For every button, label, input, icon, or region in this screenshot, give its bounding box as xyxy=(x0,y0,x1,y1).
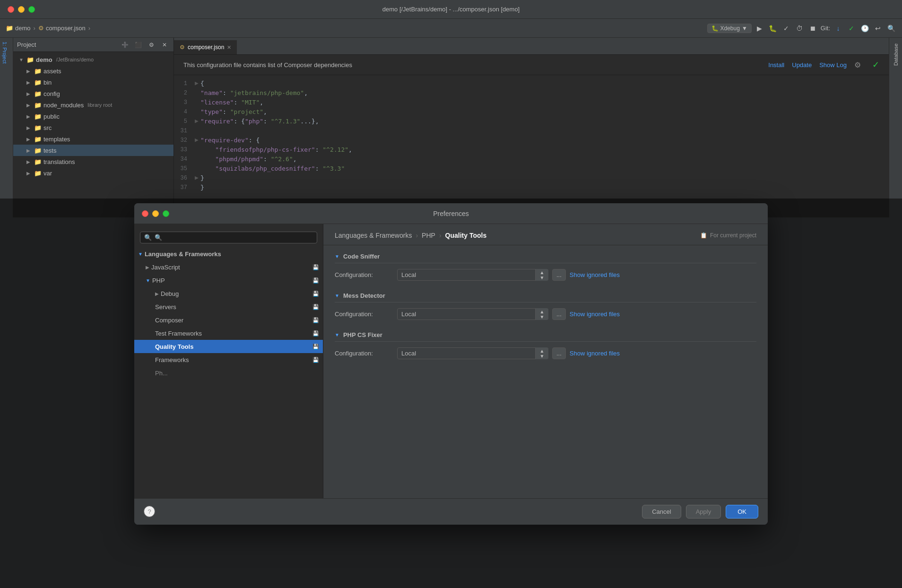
settings-icon[interactable]: ⚙ xyxy=(854,61,861,69)
mess-detector-show-ignored[interactable]: Show ignored files xyxy=(570,311,620,318)
hide-button[interactable]: ✕ xyxy=(159,40,170,50)
git-update-button[interactable]: ↓ xyxy=(833,23,843,34)
apply-button[interactable]: Apply xyxy=(686,505,721,519)
help-button[interactable]: ? xyxy=(144,506,155,517)
collapse-all-button[interactable]: ⬛ xyxy=(133,40,143,50)
dialog-close-button[interactable] xyxy=(142,210,148,217)
database-tab[interactable]: Database xyxy=(891,40,901,69)
nav-quality-tools[interactable]: Quality Tools 💾 xyxy=(134,340,323,353)
tree-item-translations[interactable]: ▶ 📁 translations xyxy=(13,156,173,167)
mess-detector-header: ▼ Mess Detector xyxy=(335,292,756,303)
project-panel-tab[interactable]: 1: Project xyxy=(0,38,13,67)
tree-item-src[interactable]: ▶ 📁 src xyxy=(13,122,173,133)
templates-label: templates xyxy=(43,136,70,143)
maximize-button[interactable] xyxy=(28,6,35,13)
close-button[interactable] xyxy=(8,6,14,13)
composer-tab-icon: ⚙ xyxy=(180,44,185,51)
tree-item-templates[interactable]: ▶ 📁 templates xyxy=(13,133,173,145)
composer-tab-close[interactable]: ✕ xyxy=(227,44,231,51)
mess-detector-browse-button[interactable]: ... xyxy=(552,308,566,320)
search-icon: 🔍 xyxy=(144,234,152,241)
nav-javascript[interactable]: ▶ JavaScript 💾 xyxy=(134,260,323,274)
nav-php[interactable]: ▼ PHP 💾 xyxy=(134,274,323,287)
php-cs-fixer-toggle[interactable]: ▼ xyxy=(335,332,339,337)
stop-button[interactable]: ⏹ xyxy=(807,23,818,34)
git-history-button[interactable]: 🕐 xyxy=(859,23,870,34)
code-content-34: "phpmd/phpmd": "^2.6", xyxy=(200,155,297,164)
update-link[interactable]: Update xyxy=(792,61,812,69)
mess-detector-toggle[interactable]: ▼ xyxy=(335,293,339,298)
fold-icon-1[interactable]: ▶ xyxy=(193,79,200,88)
dialog-minimize-button[interactable] xyxy=(152,210,159,217)
show-log-link[interactable]: Show Log xyxy=(819,61,847,69)
bin-folder-icon: 📁 xyxy=(34,79,42,86)
tree-item-config[interactable]: ▶ 📁 config xyxy=(13,88,173,99)
line-number-33: 33 xyxy=(174,145,193,155)
content-sections: ▼ Code Sniffer Configuration: Local xyxy=(323,245,768,378)
tree-item-var[interactable]: ▶ 📁 var xyxy=(13,167,173,179)
fold-icon-32[interactable]: ▶ xyxy=(193,136,200,145)
nav-languages-frameworks[interactable]: ▼ Languages & Frameworks xyxy=(134,247,323,260)
ide-content: 1: Project Project ➕ ⬛ ⚙ ✕ ▼ 📁 demo /J xyxy=(0,38,902,217)
cancel-button[interactable]: Cancel xyxy=(642,505,681,519)
editor-area: ⚙ composer.json ✕ This configuration fil… xyxy=(174,38,889,217)
tree-item-tests[interactable]: ▶ 📁 tests xyxy=(13,145,173,156)
code-sniffer-select[interactable]: Local xyxy=(397,269,548,281)
mess-detector-select[interactable]: Local xyxy=(397,308,548,320)
debug-button[interactable]: 🐛 xyxy=(768,23,778,34)
mess-detector-select-container: Local ▲ ▼ xyxy=(397,308,548,320)
bin-arrow-icon: ▶ xyxy=(26,80,32,85)
nav-servers[interactable]: Servers 💾 xyxy=(134,300,323,313)
config-folder-icon: 📁 xyxy=(34,90,42,97)
install-link[interactable]: Install xyxy=(768,61,784,69)
code-sniffer-browse-button[interactable]: ... xyxy=(552,269,566,281)
project-tree-label: Project xyxy=(17,41,36,48)
php-cs-fixer-select[interactable]: Local xyxy=(397,347,548,359)
tree-item-assets[interactable]: ▶ 📁 assets xyxy=(13,65,173,77)
minimize-button[interactable] xyxy=(18,6,25,13)
translations-folder-icon: 📁 xyxy=(34,158,42,165)
nav-debug[interactable]: ▶ Debug 💾 xyxy=(134,287,323,300)
nav-composer[interactable]: Composer 💾 xyxy=(134,313,323,327)
fold-icon-36[interactable]: ▶ xyxy=(193,173,200,183)
ok-button[interactable]: OK xyxy=(726,505,758,519)
src-folder-icon: 📁 xyxy=(34,124,42,131)
fold-icon-5[interactable]: ▶ xyxy=(193,117,200,126)
tree-root[interactable]: ▼ 📁 demo /JetBrains/demo xyxy=(13,54,173,65)
profile-button[interactable]: ⏱ xyxy=(794,23,805,34)
file-breadcrumb-name[interactable]: composer.json xyxy=(46,25,86,32)
src-label: src xyxy=(43,124,52,131)
dialog-controls[interactable] xyxy=(142,210,169,217)
add-content-root-button[interactable]: ➕ xyxy=(120,40,130,50)
nav-php-extra[interactable]: Ph... xyxy=(134,366,323,380)
tree-item-bin[interactable]: ▶ 📁 bin xyxy=(13,77,173,88)
mess-detector-arrows[interactable]: ▲ ▼ xyxy=(535,308,548,320)
search-everywhere-button[interactable]: 🔍 xyxy=(886,23,896,34)
php-cs-fixer-browse-button[interactable]: ... xyxy=(552,347,566,359)
quality-tools-save-icon: 💾 xyxy=(312,344,319,350)
nav-frameworks[interactable]: Frameworks 💾 xyxy=(134,353,323,366)
code-sniffer-arrows[interactable]: ▲ ▼ xyxy=(535,269,548,281)
php-cs-fixer-show-ignored[interactable]: Show ignored files xyxy=(570,350,620,357)
project-breadcrumb-name[interactable]: demo xyxy=(15,25,31,32)
settings-button[interactable]: ⚙ xyxy=(146,40,156,50)
breadcrumb-separator-2: › xyxy=(88,25,90,32)
languages-arrow-icon: ▼ xyxy=(138,251,143,257)
code-line-33: 33 "friendsofphp/php-cs-fixer": "^2.12", xyxy=(174,145,889,155)
code-sniffer-toggle[interactable]: ▼ xyxy=(335,254,339,259)
window-controls[interactable] xyxy=(8,6,35,13)
tree-item-node-modules[interactable]: ▶ 📁 node_modules library root xyxy=(13,99,173,111)
php-cs-fixer-arrows[interactable]: ▲ ▼ xyxy=(535,347,548,359)
coverage-button[interactable]: ✓ xyxy=(781,23,791,34)
search-input[interactable] xyxy=(155,234,313,241)
run-button[interactable]: ▶ xyxy=(755,23,765,34)
git-commit-button[interactable]: ✓ xyxy=(846,23,857,34)
editor-tab-composer[interactable]: ⚙ composer.json ✕ xyxy=(174,40,237,54)
xdebug-button[interactable]: 🐛 Xdebug ▼ xyxy=(707,24,752,33)
project-badge[interactable]: 📋 For current project xyxy=(700,232,756,239)
code-sniffer-show-ignored[interactable]: Show ignored files xyxy=(570,271,620,278)
dialog-maximize-button[interactable] xyxy=(163,210,169,217)
tree-item-public[interactable]: ▶ 📁 public xyxy=(13,111,173,122)
nav-test-frameworks[interactable]: Test Frameworks 💾 xyxy=(134,327,323,340)
git-revert-button[interactable]: ↩ xyxy=(873,23,883,34)
